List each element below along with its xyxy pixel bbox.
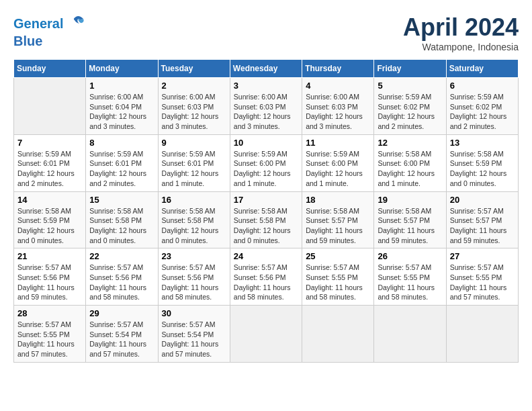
day-info: Sunrise: 5:58 AMSunset: 5:58 PMDaylight:… [89, 206, 154, 246]
calendar-body: 1Sunrise: 6:00 AMSunset: 6:04 PMDaylight… [14, 78, 519, 363]
calendar-cell: 5Sunrise: 5:59 AMSunset: 6:02 PMDaylight… [374, 78, 446, 135]
day-number: 24 [234, 251, 298, 261]
header-cell-thursday: Thursday [302, 60, 374, 78]
calendar-cell: 22Sunrise: 5:57 AMSunset: 5:56 PMDayligh… [86, 248, 158, 306]
calendar-cell: 23Sunrise: 5:57 AMSunset: 5:56 PMDayligh… [158, 248, 230, 306]
calendar-cell: 25Sunrise: 5:57 AMSunset: 5:55 PMDayligh… [302, 248, 374, 306]
day-number: 25 [306, 251, 370, 261]
calendar-cell [374, 306, 446, 363]
title-section: April 2024 Watampone, Indonesia [403, 13, 519, 52]
day-number: 4 [306, 81, 370, 91]
day-info: Sunrise: 6:00 AMSunset: 6:03 PMDaylight:… [162, 92, 226, 132]
calendar-cell: 21Sunrise: 5:57 AMSunset: 5:56 PMDayligh… [14, 248, 86, 306]
day-info: Sunrise: 6:00 AMSunset: 6:03 PMDaylight:… [234, 92, 298, 132]
calendar-header: SundayMondayTuesdayWednesdayThursdayFrid… [14, 60, 519, 78]
day-number: 20 [450, 195, 515, 205]
day-info: Sunrise: 5:58 AMSunset: 5:58 PMDaylight:… [234, 206, 298, 246]
day-number: 29 [89, 308, 154, 318]
logo-general: General [13, 16, 63, 31]
calendar-cell: 19Sunrise: 5:58 AMSunset: 5:57 PMDayligh… [374, 191, 446, 248]
calendar-cell: 10Sunrise: 5:59 AMSunset: 6:00 PMDayligh… [230, 134, 302, 191]
calendar-cell [302, 306, 374, 363]
day-info: Sunrise: 5:58 AMSunset: 5:59 PMDaylight:… [17, 206, 82, 246]
day-info: Sunrise: 5:58 AMSunset: 5:59 PMDaylight:… [450, 149, 515, 189]
day-number: 21 [17, 251, 82, 261]
day-info: Sunrise: 5:59 AMSunset: 6:01 PMDaylight:… [162, 149, 226, 189]
day-number: 2 [162, 81, 226, 91]
calendar-cell: 27Sunrise: 5:57 AMSunset: 5:55 PMDayligh… [446, 248, 518, 306]
day-number: 19 [378, 195, 442, 205]
calendar-cell: 28Sunrise: 5:57 AMSunset: 5:55 PMDayligh… [14, 306, 86, 363]
week-row: 7Sunrise: 5:59 AMSunset: 6:01 PMDaylight… [14, 134, 519, 191]
day-info: Sunrise: 5:59 AMSunset: 6:01 PMDaylight:… [17, 149, 82, 189]
day-info: Sunrise: 5:57 AMSunset: 5:55 PMDaylight:… [378, 263, 442, 302]
day-number: 1 [89, 81, 154, 91]
day-number: 9 [162, 138, 226, 148]
calendar-cell: 11Sunrise: 5:59 AMSunset: 6:00 PMDayligh… [302, 134, 374, 191]
calendar-title: April 2024 [403, 13, 519, 42]
day-number: 10 [234, 138, 298, 148]
calendar-cell: 8Sunrise: 5:59 AMSunset: 6:01 PMDaylight… [86, 134, 158, 191]
calendar-cell: 4Sunrise: 6:00 AMSunset: 6:03 PMDaylight… [302, 78, 374, 135]
calendar-cell: 3Sunrise: 6:00 AMSunset: 6:03 PMDaylight… [230, 78, 302, 135]
page-header: General Blue April 2024 Watampone, Indon… [13, 13, 519, 52]
calendar-cell: 12Sunrise: 5:58 AMSunset: 6:00 PMDayligh… [374, 134, 446, 191]
week-row: 1Sunrise: 6:00 AMSunset: 6:04 PMDaylight… [14, 78, 519, 135]
day-info: Sunrise: 5:57 AMSunset: 5:57 PMDaylight:… [450, 206, 515, 246]
week-row: 14Sunrise: 5:58 AMSunset: 5:59 PMDayligh… [14, 191, 519, 248]
calendar-cell: 6Sunrise: 5:59 AMSunset: 6:02 PMDaylight… [446, 78, 518, 135]
logo-line1: General [13, 13, 86, 34]
day-info: Sunrise: 5:58 AMSunset: 5:58 PMDaylight:… [162, 206, 226, 246]
day-info: Sunrise: 5:57 AMSunset: 5:55 PMDaylight:… [450, 263, 515, 302]
header-row: SundayMondayTuesdayWednesdayThursdayFrid… [14, 60, 519, 78]
logo: General Blue [13, 13, 86, 48]
day-info: Sunrise: 6:00 AMSunset: 6:04 PMDaylight:… [89, 92, 154, 132]
day-number: 18 [306, 195, 370, 205]
day-info: Sunrise: 5:59 AMSunset: 6:01 PMDaylight:… [89, 149, 154, 189]
day-info: Sunrise: 5:57 AMSunset: 5:56 PMDaylight:… [17, 263, 82, 302]
calendar-cell: 29Sunrise: 5:57 AMSunset: 5:54 PMDayligh… [86, 306, 158, 363]
day-number: 8 [89, 138, 154, 148]
day-info: Sunrise: 5:57 AMSunset: 5:55 PMDaylight:… [17, 320, 82, 359]
day-info: Sunrise: 5:59 AMSunset: 6:00 PMDaylight:… [306, 149, 370, 189]
day-number: 15 [89, 195, 154, 205]
calendar-cell: 18Sunrise: 5:58 AMSunset: 5:57 PMDayligh… [302, 191, 374, 248]
calendar-cell: 9Sunrise: 5:59 AMSunset: 6:01 PMDaylight… [158, 134, 230, 191]
logo-bird-icon [66, 13, 86, 34]
day-info: Sunrise: 5:57 AMSunset: 5:56 PMDaylight:… [89, 263, 154, 302]
day-number: 11 [306, 138, 370, 148]
day-number: 14 [17, 195, 82, 205]
header-cell-tuesday: Tuesday [158, 60, 230, 78]
day-number: 3 [234, 81, 298, 91]
day-info: Sunrise: 5:57 AMSunset: 5:56 PMDaylight:… [234, 263, 298, 302]
week-row: 28Sunrise: 5:57 AMSunset: 5:55 PMDayligh… [14, 306, 519, 363]
calendar-cell: 30Sunrise: 5:57 AMSunset: 5:54 PMDayligh… [158, 306, 230, 363]
week-row: 21Sunrise: 5:57 AMSunset: 5:56 PMDayligh… [14, 248, 519, 306]
calendar-cell: 1Sunrise: 6:00 AMSunset: 6:04 PMDaylight… [86, 78, 158, 135]
day-info: Sunrise: 5:57 AMSunset: 5:55 PMDaylight:… [306, 263, 370, 302]
day-number: 22 [89, 251, 154, 261]
calendar-cell [230, 306, 302, 363]
day-info: Sunrise: 5:59 AMSunset: 6:02 PMDaylight:… [378, 92, 442, 132]
day-info: Sunrise: 5:58 AMSunset: 5:57 PMDaylight:… [378, 206, 442, 246]
calendar-cell: 13Sunrise: 5:58 AMSunset: 5:59 PMDayligh… [446, 134, 518, 191]
calendar-subtitle: Watampone, Indonesia [403, 42, 519, 52]
calendar-table: SundayMondayTuesdayWednesdayThursdayFrid… [13, 59, 519, 363]
day-info: Sunrise: 5:57 AMSunset: 5:54 PMDaylight:… [162, 320, 226, 359]
day-info: Sunrise: 5:58 AMSunset: 5:57 PMDaylight:… [306, 206, 370, 246]
calendar-cell: 14Sunrise: 5:58 AMSunset: 5:59 PMDayligh… [14, 191, 86, 248]
calendar-cell: 20Sunrise: 5:57 AMSunset: 5:57 PMDayligh… [446, 191, 518, 248]
calendar-cell: 15Sunrise: 5:58 AMSunset: 5:58 PMDayligh… [86, 191, 158, 248]
day-number: 7 [17, 138, 82, 148]
calendar-cell [14, 78, 86, 135]
header-cell-friday: Friday [374, 60, 446, 78]
day-info: Sunrise: 6:00 AMSunset: 6:03 PMDaylight:… [306, 92, 370, 132]
logo-blue: Blue [13, 34, 86, 48]
day-info: Sunrise: 5:58 AMSunset: 6:00 PMDaylight:… [378, 149, 442, 189]
day-number: 26 [378, 251, 442, 261]
day-number: 12 [378, 138, 442, 148]
header-cell-sunday: Sunday [14, 60, 86, 78]
day-info: Sunrise: 5:59 AMSunset: 6:00 PMDaylight:… [234, 149, 298, 189]
day-number: 13 [450, 138, 515, 148]
calendar-cell: 17Sunrise: 5:58 AMSunset: 5:58 PMDayligh… [230, 191, 302, 248]
